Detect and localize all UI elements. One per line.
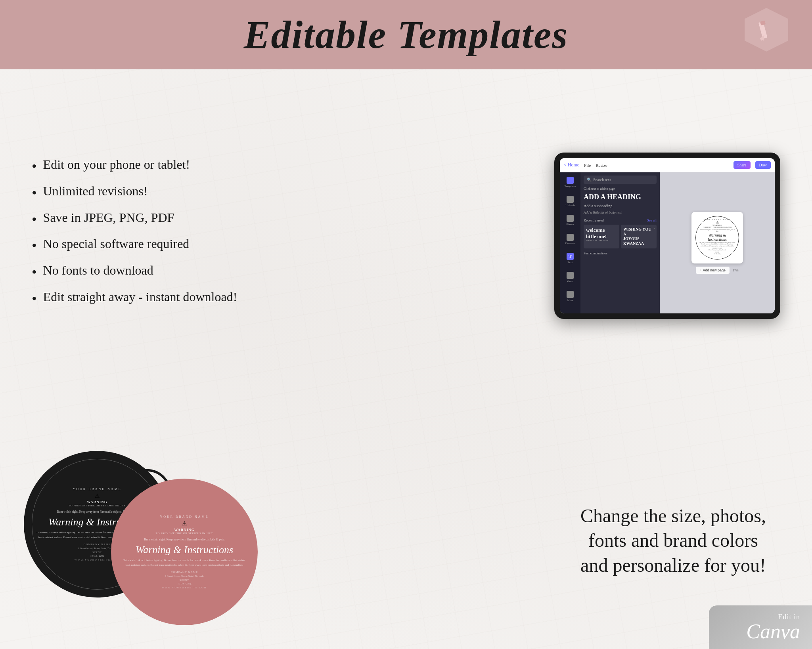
sidebar-uploads-label: Uploads: [565, 204, 575, 207]
canva-label-company-detail: 1 Street Name, Town, State, Zip code: [709, 249, 726, 251]
change-text-section: Change the size, photos, fonts and brand…: [574, 504, 772, 578]
page-title: Editable Templates: [244, 12, 568, 57]
list-item: • Save in JPEG, PNG, PDF: [32, 210, 250, 229]
canva-label-body: Trim wick. 1/4 inch before lighting. Do …: [699, 242, 735, 247]
label-pink-website: WWW.YOURWEBSITE.COM: [162, 586, 207, 589]
canva-badge-canva-label: Canva: [746, 621, 800, 642]
canva-canvas-area: YOUR BRAND NAME ⚠ WARNING TO PREVENT FIR…: [660, 172, 775, 313]
label-pink-warning-label: WARNING: [174, 528, 195, 532]
canva-font-ex2-line1: WISHING YOU A: [623, 227, 654, 237]
canva-add-subheading-btn[interactable]: Add a subheading: [584, 204, 657, 208]
canva-font-ex2-line2: JOYOUS: [623, 237, 654, 241]
search-icon: 🔍: [587, 178, 592, 182]
canva-share-btn[interactable]: Share: [733, 161, 751, 169]
list-item: • No fonts to download: [32, 262, 250, 282]
bullet-text-1: Edit on your phone or tablet!: [43, 157, 190, 173]
list-item: • Edit on your phone or tablet!: [32, 157, 250, 176]
canva-search-bar[interactable]: 🔍 Search text: [584, 176, 657, 184]
sidebar-item-templates[interactable]: Templates: [563, 176, 577, 189]
canva-zoom-level: 17%: [733, 269, 739, 272]
canva-font-example-1[interactable]: welcome little one! BABY TAYLOR FINN: [584, 225, 619, 248]
list-item: • Edit straight away - instant download!: [32, 289, 250, 308]
canva-label-heading: Warning & Instructions: [699, 233, 735, 242]
bullet-dot: •: [32, 157, 37, 176]
header: Editable Templates: [0, 0, 812, 69]
label-pink-heading: Warning & Instructions: [136, 545, 233, 555]
canva-search-text: Search text: [593, 178, 611, 182]
bullet-dot: •: [32, 210, 37, 229]
canva-burn-text: Burns within sight. Keep away from flamm…: [699, 229, 735, 232]
canva-see-all-link[interactable]: See all: [647, 218, 657, 222]
list-item: • Unlimited revisions!: [32, 183, 250, 202]
sidebar-more-label: More: [567, 299, 573, 302]
main-content: • Edit on your phone or tablet! • Unlimi…: [0, 69, 812, 649]
canva-label-website: WWW.YOURWEBSITE.COM: [707, 256, 728, 257]
pencil-icon: [756, 18, 776, 42]
canva-add-heading-btn[interactable]: ADD A HEADING: [584, 193, 657, 201]
bullet-dot: •: [32, 290, 37, 308]
bullet-text-3: Save in JPEG, PNG, PDF: [43, 210, 174, 226]
canva-badge: Edit in Canva: [709, 605, 812, 649]
canva-add-body-btn[interactable]: Add a little bit of body text: [584, 210, 657, 214]
sidebar-music-label: Music: [567, 280, 574, 283]
canva-label-scent-detail: 10 OZ / 220g: [714, 253, 720, 255]
canva-font-ex1-line2: little one!: [586, 233, 617, 240]
sidebar-item-photos[interactable]: Photos: [563, 214, 577, 227]
sidebar-templates-label: Templates: [565, 185, 576, 188]
sidebar-item-uploads[interactable]: Uploads: [563, 195, 577, 208]
canva-font-ex1-line1: welcome: [586, 227, 617, 233]
sidebar-elements-label: Elements: [565, 242, 575, 245]
sidebar-item-text[interactable]: T Text: [563, 252, 577, 265]
bullet-text-5: No fonts to download: [43, 262, 153, 279]
label-pink-company-detail: 1 Street Name, Town, State/ Zip code: [165, 575, 204, 577]
canva-sidebar: Templates Uploads Photos Elements: [560, 172, 580, 313]
label-pink-warning-icon: ⚠: [182, 520, 187, 527]
canva-text-panel: 🔍 Search text Click text to add to page …: [580, 172, 660, 313]
label-pink-prevent-text: TO PREVENT FIRE OR SERIOUS INJURY: [156, 532, 213, 535]
canva-click-instruction: Click text to add to page: [584, 187, 657, 191]
tablet-screen: < Home File Resize Share Dow Templates: [560, 158, 775, 313]
list-item: • No special software required: [32, 236, 250, 255]
bullet-dot: •: [32, 184, 37, 202]
canva-download-btn[interactable]: Dow: [755, 161, 771, 169]
bullet-dot: •: [32, 263, 37, 282]
canva-font-examples: welcome little one! BABY TAYLOR FINN › W…: [584, 225, 657, 248]
label-pink-burn-text: Burn within sight. Keep away from flamma…: [144, 537, 224, 542]
sidebar-text-label: Text: [568, 261, 573, 264]
pencil-hexagon: [745, 8, 788, 52]
change-text: Change the size, photos, fonts and brand…: [574, 504, 772, 578]
tablet-frame: < Home File Resize Share Dow Templates: [554, 153, 780, 319]
canva-prevent-text: TO PREVENT FIRE OR SERIOUS INJURY: [703, 226, 732, 228]
tablet-mockup: < Home File Resize Share Dow Templates: [554, 153, 780, 319]
canva-font-example-2[interactable]: › WISHING YOU A JOYOUS KWANZAA: [621, 225, 657, 248]
canva-label-inner: YOUR BRAND NAME ⚠ WARNING TO PREVENT FIR…: [695, 216, 739, 260]
bullet-section: • Edit on your phone or tablet! • Unlimi…: [32, 157, 250, 315]
sidebar-photos-label: Photos: [566, 223, 574, 226]
label-pink: YOUR BRAND NAME ⚠ WARNING TO PREVENT FIR…: [111, 479, 258, 625]
label-pink-scent-label: SCENT: [180, 579, 189, 581]
svg-rect-2: [760, 21, 766, 26]
bullet-text-6: Edit straight away - instant download!: [43, 289, 237, 305]
label-pink-body: Trim wick, 1/4 inch before lighting. Do …: [123, 558, 246, 567]
canva-add-page-button[interactable]: + Add new page: [696, 267, 730, 274]
canva-body: Templates Uploads Photos Elements: [560, 172, 775, 313]
label-pink-brand: YOUR BRAND NAME: [160, 515, 209, 519]
sidebar-item-elements[interactable]: Elements: [563, 233, 577, 246]
sidebar-item-more[interactable]: More: [563, 290, 577, 303]
canva-font-ex2-line3: KWANZAA: [623, 241, 654, 246]
canva-recently-used-row: Recently used See all: [584, 218, 657, 222]
label-pink-scent-detail: 10 OZ / 220g: [178, 582, 192, 585]
bullet-text-4: No special software required: [43, 236, 190, 252]
canva-warning-icon: ⚠: [716, 221, 719, 224]
canva-file-nav[interactable]: File: [584, 163, 591, 168]
bullet-text-2: Unlimited revisions!: [43, 183, 148, 200]
pencil-icon-container: [745, 8, 788, 52]
label-pink-company-label: COMPANY NAME: [171, 571, 198, 574]
canva-recently-label: Recently used: [584, 218, 604, 222]
bullet-dot: •: [32, 237, 37, 255]
sidebar-item-music[interactable]: Music: [563, 271, 577, 284]
canva-resize-nav[interactable]: Resize: [596, 163, 607, 168]
canva-back-btn[interactable]: < Home: [564, 162, 579, 168]
canva-label-preview: YOUR BRAND NAME ⚠ WARNING TO PREVENT FIR…: [691, 212, 743, 263]
canva-topbar: < Home File Resize Share Dow: [560, 158, 775, 172]
